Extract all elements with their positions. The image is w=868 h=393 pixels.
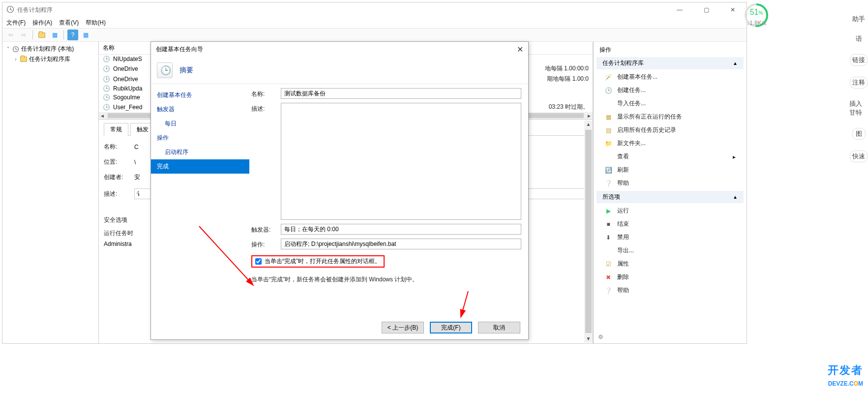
action-item[interactable]: ❔帮助 bbox=[595, 284, 746, 297]
group-title: 任务计划程序库 bbox=[602, 59, 644, 67]
cancel-button[interactable]: 取消 bbox=[478, 322, 520, 333]
detail-desc-label: 描述: bbox=[104, 190, 128, 198]
tree-root[interactable]: ˅ 任务计划程序 (本地) bbox=[2, 44, 98, 54]
action-item[interactable]: ❔帮助 bbox=[595, 177, 746, 190]
minimize-button[interactable]: — bbox=[670, 6, 689, 13]
wizard-trigger-input bbox=[281, 224, 521, 235]
scroll-up-icon[interactable]: ▲ bbox=[586, 121, 591, 128]
maximize-button[interactable]: ▢ bbox=[696, 6, 716, 13]
action-item[interactable]: 🔃刷新 bbox=[595, 163, 746, 177]
tool-bar: ⇦ ⇨ ▦ ? ▦ bbox=[2, 28, 747, 42]
action-item[interactable]: ▶运行 bbox=[595, 204, 746, 217]
dialog-title: 创建基本任务向导 bbox=[156, 45, 203, 54]
scroll-down-icon[interactable]: ▼ bbox=[586, 335, 591, 342]
menu-help[interactable]: 帮助(H) bbox=[86, 19, 106, 27]
run-as-value: Administra bbox=[104, 241, 132, 247]
wizard-nav-item[interactable]: 操作 bbox=[151, 131, 249, 145]
open-properties-checkbox[interactable] bbox=[255, 258, 262, 265]
detail-name-label: 名称: bbox=[104, 143, 128, 151]
group-title: 所选项 bbox=[602, 193, 620, 201]
back-button[interactable]: < 上一步(B) bbox=[382, 322, 424, 333]
clock-icon: 🕒 bbox=[103, 85, 110, 92]
nav-back-button[interactable]: ⇦ bbox=[5, 30, 16, 40]
floating-item[interactable]: 图 bbox=[852, 128, 866, 140]
floating-item[interactable]: 插入甘特 bbox=[849, 99, 868, 117]
scroll-left-icon[interactable]: ◄ bbox=[99, 113, 106, 119]
tree-expander-icon[interactable]: ˅ bbox=[5, 46, 10, 52]
action-item[interactable]: ☑属性 bbox=[595, 257, 746, 271]
wizard-desc-textarea[interactable] bbox=[281, 103, 521, 220]
open-properties-label: 当单击“完成”时，打开此任务属性的对话框。 bbox=[265, 257, 381, 266]
tree-child[interactable]: › 任务计划程序库 bbox=[2, 54, 98, 64]
floating-item[interactable]: 助手 bbox=[852, 15, 865, 24]
dialog-title-bar: 创建基本任务向导 ✕ bbox=[151, 42, 528, 57]
window-title: 任务计划程序 bbox=[17, 6, 670, 14]
view-button[interactable]: ▦ bbox=[49, 30, 60, 40]
help-button-toolbar[interactable]: ? bbox=[67, 30, 78, 40]
wizard-main: 名称: 描述: 触发器: 操作: 当单击“完成”时，打开此任务属性的对话框。 bbox=[249, 84, 528, 316]
wizard-nav-item[interactable]: 完成 bbox=[151, 159, 249, 174]
finish-button[interactable]: 完成(F) bbox=[430, 322, 472, 333]
vertical-scrollbar[interactable]: ▲ ▼ bbox=[584, 121, 593, 342]
tab-general[interactable]: 常规 bbox=[104, 123, 128, 136]
wizard-action-label: 操作: bbox=[251, 239, 277, 249]
nav-forward-button[interactable]: ⇨ bbox=[18, 30, 29, 40]
action-label: 禁用 bbox=[617, 233, 629, 242]
clock-icon: 🕒 bbox=[604, 87, 612, 94]
run-button-toolbar[interactable]: ▦ bbox=[80, 30, 91, 40]
performance-widget[interactable]: 51% ↓1.8K/s bbox=[743, 2, 770, 29]
wizard-name-input[interactable] bbox=[281, 88, 521, 99]
action-label: 导入任务... bbox=[617, 99, 646, 108]
menu-file[interactable]: 文件(F) bbox=[6, 19, 26, 27]
group-header-selected[interactable]: 所选项 ▲ bbox=[597, 191, 744, 203]
action-item[interactable]: 🪄创建基本任务... bbox=[595, 70, 746, 84]
tree-expander-icon[interactable]: › bbox=[13, 57, 18, 62]
wizard-nav-item[interactable]: 触发器 bbox=[151, 102, 249, 117]
create-basic-task-wizard: 创建基本任务向导 ✕ 摘要 创建基本任务触发器每日操作启动程序完成 名称: 描述… bbox=[150, 41, 529, 340]
dialog-buttons: < 上一步(B) 完成(F) 取消 bbox=[151, 316, 528, 339]
menu-action[interactable]: 操作(A) bbox=[32, 19, 52, 27]
logo-en: DEVZE.COM bbox=[828, 378, 863, 388]
dialog-close-button[interactable]: ✕ bbox=[517, 45, 523, 54]
action-item[interactable]: ✖删除 bbox=[595, 271, 746, 284]
wizard-nav-item[interactable]: 每日 bbox=[151, 117, 249, 131]
floating-item[interactable]: 链接 bbox=[850, 54, 868, 66]
action-item[interactable]: 🕒创建任务... bbox=[595, 84, 746, 97]
scroll-thumb[interactable] bbox=[585, 130, 592, 333]
wizard-nav-item[interactable]: 启动程序 bbox=[151, 145, 249, 159]
action-label: 创建任务... bbox=[617, 86, 646, 94]
action-item[interactable]: 📁新文件夹... bbox=[595, 137, 746, 150]
action-item[interactable]: ■结束 bbox=[595, 217, 746, 231]
floating-item[interactable]: 注释 bbox=[850, 77, 868, 89]
close-window-button[interactable]: ✕ bbox=[723, 6, 743, 13]
floating-item[interactable]: 快速 bbox=[850, 151, 868, 162]
action-label: 删除 bbox=[617, 273, 629, 281]
scroll-right-icon[interactable]: ► bbox=[586, 113, 593, 119]
task-name: User_Feed bbox=[113, 104, 142, 111]
submenu-arrow-icon: ▸ bbox=[733, 153, 736, 160]
right-floating-panel: 助手 语 链接 注释 插入甘特 图 快速 bbox=[849, 0, 868, 393]
collapse-icon[interactable]: ▲ bbox=[733, 194, 738, 200]
action-label: 查看 bbox=[617, 152, 629, 161]
up-level-button[interactable] bbox=[36, 30, 47, 40]
action-item[interactable]: ▤启用所有任务历史记录 bbox=[595, 123, 746, 137]
floating-item[interactable]: 语 bbox=[856, 34, 862, 43]
collapse-icon[interactable]: ▲ bbox=[733, 60, 738, 66]
group-header-library[interactable]: 任务计划程序库 ▲ bbox=[597, 57, 744, 69]
action-item[interactable]: ▦显示所有正在运行的任务 bbox=[595, 110, 746, 123]
action-item[interactable]: 导入任务... bbox=[595, 97, 746, 110]
detail-creator-label: 创建者: bbox=[104, 173, 128, 181]
wizard-nav-item[interactable]: 创建基本任务 bbox=[151, 88, 249, 102]
dialog-step-title: 摘要 bbox=[180, 66, 193, 75]
history-icon: ▤ bbox=[604, 126, 612, 134]
menu-view[interactable]: 查看(V) bbox=[59, 19, 79, 27]
devze-logo: 开发者 DEVZE.COM bbox=[828, 363, 863, 388]
action-item[interactable]: 导出... bbox=[595, 244, 746, 257]
gear-icon[interactable]: ⚙ bbox=[598, 333, 603, 340]
wizard-nav: 创建基本任务触发器每日操作启动程序完成 bbox=[151, 84, 249, 316]
action-item[interactable]: ⬇禁用 bbox=[595, 231, 746, 244]
action-item[interactable]: 查看▸ bbox=[595, 150, 746, 163]
action-label: 启用所有任务历史记录 bbox=[617, 126, 676, 134]
task-name: OneDrive bbox=[113, 76, 138, 83]
delete-icon: ✖ bbox=[604, 273, 612, 281]
